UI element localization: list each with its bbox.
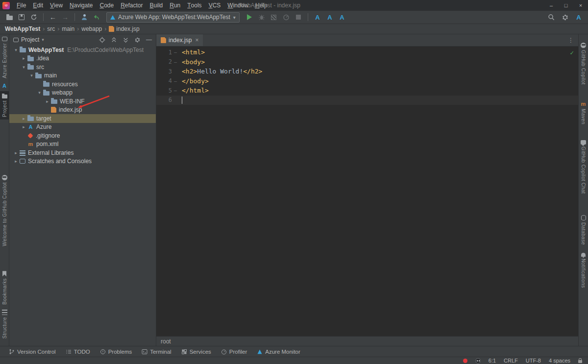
menu-view[interactable]: View [47,0,66,11]
chevron-collapsed-icon[interactable]: ▸ [20,116,27,121]
run-configuration-select[interactable]: Azure Web App: WebAppTest:WebAppTest ▾ [106,12,240,23]
code-line-4[interactable]: 4–</body> [156,76,578,86]
close-button[interactable]: × [573,0,588,11]
hide-panel-button[interactable]: — [146,36,152,43]
tool-window-services[interactable]: Services [177,346,215,357]
azure-explorer-toggle-button[interactable]: A [324,12,335,23]
encoding-widget[interactable]: UTF-8 [526,358,541,364]
menu-code[interactable]: Code [96,0,117,11]
tool-window-profiler[interactable]: Profiler [217,346,251,357]
tree-item-external-libraries[interactable]: ▸External Libraries [9,148,156,157]
tree-item-scratches-and-consoles[interactable]: ▸Scratches and Consoles [9,157,156,166]
coverage-button[interactable] [269,12,279,23]
stop-button[interactable] [293,12,304,23]
fold-marker-icon[interactable]: – [172,78,179,84]
sync-button[interactable] [28,12,39,23]
menu-window[interactable]: Window [224,0,252,11]
menu-edit[interactable]: Edit [29,0,47,11]
collapse-all-button[interactable] [122,37,129,43]
menu-run[interactable]: Run [166,0,184,11]
back-button[interactable]: ← [48,12,58,23]
chevron-collapsed-icon[interactable]: ▸ [20,56,27,61]
tool-stripe-azure-explorer[interactable]: Azure Explorer [0,34,9,81]
breadcrumb-webapptest[interactable]: WebAppTest [5,25,40,32]
tool-window-version-control[interactable]: Version Control [5,346,60,357]
fold-marker-icon[interactable]: – [172,49,179,55]
code-line-2[interactable]: 2–<body> [156,57,578,67]
menu-file[interactable]: File [13,0,29,11]
caret-position-widget[interactable]: 6:1 [489,358,496,364]
tool-stripe-structure[interactable]: Structure [0,307,9,341]
tree-item-index-jsp[interactable]: index.jsp [9,106,156,115]
tree-item-webapptest[interactable]: ▾WebAppTestE:\ProductCode\WebAppTest [9,46,156,54]
panel-settings-button[interactable] [134,37,141,43]
chevron-collapsed-icon[interactable]: ▸ [20,124,27,129]
tool-window-todo[interactable]: TODO [62,346,94,357]
readonly-lock-icon[interactable] [578,360,582,363]
tab-index-jsp[interactable]: index.jsp × [156,34,203,46]
menu-navigate[interactable]: Navigate [66,0,96,11]
menu-tools[interactable]: Tools [184,0,205,11]
chevron-expanded-icon[interactable]: ▾ [12,48,20,52]
chevron-expanded-icon[interactable]: ▾ [36,90,43,95]
code-line-5[interactable]: 5–</html> [156,86,578,96]
menu-refactor[interactable]: Refactor [117,0,146,11]
forward-button[interactable]: → [60,12,71,23]
tool-stripe-github-copilot[interactable]: GitHub Copilot [579,40,588,87]
chevron-expanded-icon[interactable]: ▾ [28,73,35,78]
breadcrumb-main[interactable]: main [62,25,74,32]
tree-item-idea[interactable]: ▸.idea [9,54,156,63]
chevron-collapsed-icon[interactable]: ▸ [12,159,20,164]
tool-stripe-project[interactable]: Project [0,91,9,120]
azure-tools-button[interactable]: A [573,12,584,23]
tool-window-problems[interactable]: Problems [96,346,136,357]
breadcrumb-root[interactable]: root [161,338,171,345]
code-line-6[interactable]: 6 [156,96,578,105]
minimize-button[interactable]: – [544,0,559,11]
tree-item-target[interactable]: ▸target [9,114,156,123]
menu-help[interactable]: Help [252,0,271,11]
code-editor[interactable]: ✓ 1–<html>2–<body>3<h2>Hello World!</h2>… [156,47,578,336]
expand-all-button[interactable] [111,37,117,43]
debug-button[interactable] [256,12,267,23]
tree-item-main[interactable]: ▾main [9,72,156,80]
indent-widget[interactable]: 4 spaces [549,358,570,364]
tool-stripe-bookmarks[interactable]: Bookmarks [0,268,9,307]
menu-vcs[interactable]: VCS [205,0,224,11]
tree-item-webapp[interactable]: ▾webapp [9,89,156,97]
settings-button[interactable] [560,12,570,23]
tool-stripe-maven[interactable]: m Maven [579,99,588,127]
menu-build[interactable]: Build [147,0,167,11]
line-separator-widget[interactable]: CRLF [504,358,518,364]
breadcrumb-src[interactable]: src [47,25,55,32]
tool-window-azure-monitor[interactable]: Azure Monitor [253,346,304,357]
inspection-ok-icon[interactable]: ✓ [570,49,574,56]
tree-item-azure[interactable]: ▸Azure [9,123,156,132]
chevron-collapsed-icon[interactable]: ▸ [12,150,20,155]
run-button[interactable] [244,12,255,23]
profile-button[interactable] [79,12,90,23]
fold-marker-icon[interactable]: – [172,88,179,93]
tab-options-button[interactable]: ⋮ [564,34,578,46]
search-everywhere-button[interactable] [546,12,557,23]
chevron-collapsed-icon[interactable]: ▸ [44,99,51,104]
project-view-select[interactable]: Project ▾ [13,36,44,43]
maximize-button[interactable]: □ [559,0,573,11]
tree-item-src[interactable]: ▾src [9,63,156,72]
select-opened-file-button[interactable] [99,37,105,43]
tool-stripe-notifications[interactable]: Notifications [579,250,588,291]
rollback-button[interactable] [91,12,102,23]
tree-item-web-inf[interactable]: ▸WEB-INF [9,97,156,106]
tool-stripe-copilot-chat[interactable]: GitHub Copilot Chat [579,138,588,196]
chevron-expanded-icon[interactable]: ▾ [20,65,27,70]
breadcrumb-webapp[interactable]: webapp [81,25,102,32]
tool-stripe-welcome-copilot[interactable]: Welcome to GitHub Copilot [0,172,9,248]
azure-publish-button[interactable]: A [312,12,323,23]
tree-item-pom-xml[interactable]: pom.xml [9,140,156,149]
close-tab-icon[interactable]: × [195,37,198,44]
save-all-button[interactable] [16,12,27,23]
code-line-1[interactable]: 1–<html> [156,48,578,57]
tool-stripe-database[interactable]: Database [579,213,588,247]
tree-item-gitignore[interactable]: .gitignore [9,131,156,140]
open-button[interactable] [4,12,15,23]
